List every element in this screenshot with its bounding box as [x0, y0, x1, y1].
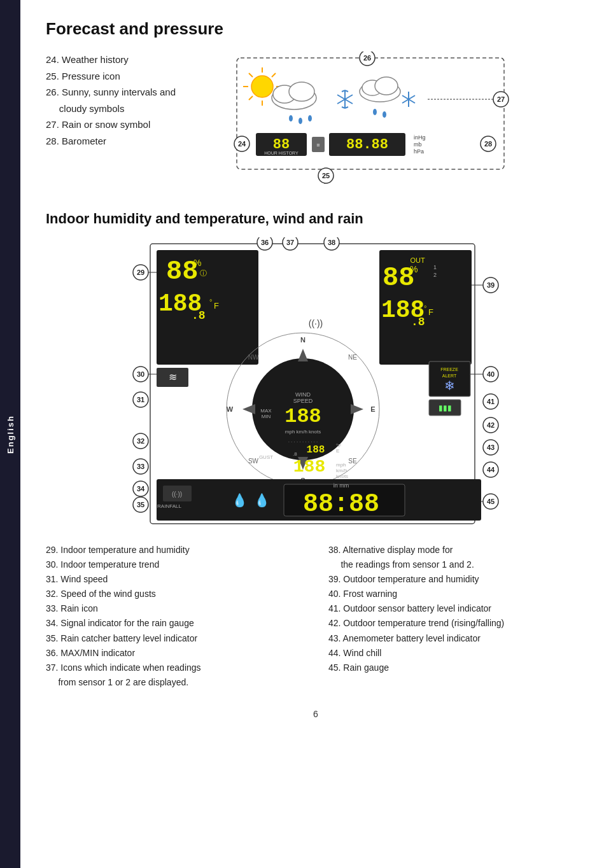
svg-text:W: W [227, 405, 234, 413]
svg-text:32: 32 [137, 437, 144, 445]
desc-41: 41. Outdoor sensor battery level indicat… [328, 601, 586, 616]
forecast-diagram-area: 26 [199, 52, 586, 192]
svg-text:km/h: km/h [336, 468, 347, 473]
svg-point-28 [373, 109, 377, 115]
svg-point-27 [375, 77, 398, 95]
desc-38: 38. Alternative display mode for the rea… [328, 543, 586, 572]
desc-34: 34. Signal indicator for the rain gauge [46, 616, 303, 631]
svg-text:31: 31 [137, 396, 144, 403]
svg-text:29: 29 [137, 269, 144, 276]
svg-text:27: 27 [497, 95, 505, 103]
forecast-section: 24. Weather history 25. Pressure icon 26… [46, 52, 586, 192]
svg-text:SW: SW [248, 458, 259, 465]
svg-text:in  mm: in mm [334, 482, 349, 489]
svg-point-11 [251, 76, 273, 97]
svg-text:MIN: MIN [262, 414, 271, 419]
svg-text:E: E [370, 405, 375, 413]
svg-text:38: 38 [328, 239, 335, 246]
desc-39: 39. Outdoor temperature and humidity [328, 572, 586, 587]
svg-line-10 [249, 96, 253, 100]
second-section-title: Indoor humidity and temperature, wind an… [46, 211, 586, 227]
desc-37: 37. Icons which indicate when readings f… [46, 661, 303, 690]
desc-right: 38. Alternative display mode for the rea… [328, 543, 586, 690]
svg-text:.8: .8 [293, 451, 297, 457]
svg-text:💧: 💧 [232, 493, 248, 508]
svg-text:mb: mb [414, 141, 422, 148]
label-27: 27. Rain or snow symbol [46, 116, 186, 133]
svg-text:mph: mph [336, 462, 346, 468]
svg-text:33: 33 [137, 463, 144, 470]
svg-text:42: 42 [487, 421, 495, 429]
svg-point-15 [289, 115, 293, 122]
svg-text:▮▮▮: ▮▮▮ [439, 403, 452, 412]
svg-text:41: 41 [487, 398, 495, 405]
svg-text:188: 188 [293, 457, 325, 477]
svg-text:26: 26 [363, 54, 371, 62]
desc-36: 36. MAX/MIN indicator [46, 646, 303, 661]
svg-point-29 [383, 111, 386, 118]
desc-29: 29. Indoor temperature and humidity [46, 543, 303, 557]
svg-text:37: 37 [286, 239, 294, 246]
svg-text:24: 24 [238, 140, 246, 148]
desc-44: 44. Wind chill [328, 646, 586, 661]
svg-text:.8: .8 [192, 309, 206, 322]
svg-marker-91 [242, 404, 255, 414]
svg-text:%: % [410, 264, 418, 274]
svg-point-14 [289, 82, 314, 101]
forecast-diagram-svg: 26 [199, 52, 530, 185]
desc-42: 42. Outdoor temperature trend (rising/fa… [328, 616, 586, 631]
svg-text:SPEED: SPEED [293, 398, 313, 404]
desc-35: 35. Rain catcher battery level indicator [46, 631, 303, 646]
desc-45: 45. Rain gauge [328, 661, 586, 675]
page-num-text: 6 [313, 709, 318, 719]
desc-left: 29. Indoor temperature and humidity 30. … [46, 543, 303, 690]
svg-text:%: % [193, 258, 201, 268]
svg-text:88.88: 88.88 [346, 137, 388, 153]
desc-33: 33. Rain icon [46, 601, 303, 616]
svg-text:25: 25 [322, 172, 330, 179]
svg-text:NW: NW [248, 354, 259, 361]
svg-text:45: 45 [487, 498, 495, 505]
svg-text:RAINFALL: RAINFALL [157, 503, 181, 509]
svg-text:≋: ≋ [169, 372, 177, 382]
svg-point-16 [298, 118, 302, 124]
section-title: Forecast and pressure [46, 19, 586, 39]
label-26: 26. Sunny, sunny intervals and cloudy sy… [46, 84, 186, 116]
svg-text:ALERT: ALERT [442, 374, 457, 378]
svg-text:mph km/h knots: mph km/h knots [285, 429, 321, 435]
desc-31: 31. Wind speed [46, 572, 303, 587]
svg-text:188: 188 [307, 444, 325, 456]
svg-text:43: 43 [487, 444, 495, 451]
desc-30: 30. Indoor temperature trend [46, 557, 303, 572]
svg-text:2: 2 [433, 272, 437, 278]
sidebar-label: English [6, 415, 15, 454]
svg-line-9 [272, 73, 276, 77]
svg-text:34: 34 [137, 485, 145, 493]
svg-text:40: 40 [487, 370, 495, 378]
sidebar: English [0, 0, 20, 868]
svg-text:°: ° [424, 304, 426, 312]
svg-text:❄: ❄ [444, 379, 455, 393]
svg-text:FREEZE: FREEZE [440, 367, 458, 372]
label-28: 28. Barometer [46, 133, 186, 150]
svg-text:((·)): ((·)) [309, 318, 323, 328]
svg-text:HOUR HISTORY: HOUR HISTORY [264, 151, 298, 155]
svg-text:inHg: inHg [414, 134, 426, 141]
label-25: 25. Pressure icon [46, 68, 186, 85]
svg-text:SE: SE [348, 458, 357, 465]
svg-text:35: 35 [137, 501, 144, 508]
svg-text:°: ° [209, 298, 212, 305]
forecast-labels: 24. Weather history 25. Pressure icon 26… [46, 52, 186, 149]
svg-text:knots: knots [336, 473, 348, 479]
svg-text:≡: ≡ [316, 142, 320, 148]
svg-text:F: F [214, 301, 219, 311]
svg-marker-89 [298, 349, 308, 361]
desc-40: 40. Frost warning [328, 587, 586, 601]
svg-text:88:88: 88:88 [303, 490, 379, 519]
svg-text:188: 188 [284, 405, 321, 428]
svg-text:ⓘ: ⓘ [200, 269, 207, 277]
svg-text:39: 39 [487, 281, 495, 289]
svg-text:N: N [300, 336, 306, 344]
wind-diagram-svg: 88 % ⓘ 188 ° F .8 ≋ 29 30 31 3 [93, 237, 538, 530]
wind-diagram-wrap: 88 % ⓘ 188 ° F .8 ≋ 29 30 31 3 [46, 237, 586, 530]
